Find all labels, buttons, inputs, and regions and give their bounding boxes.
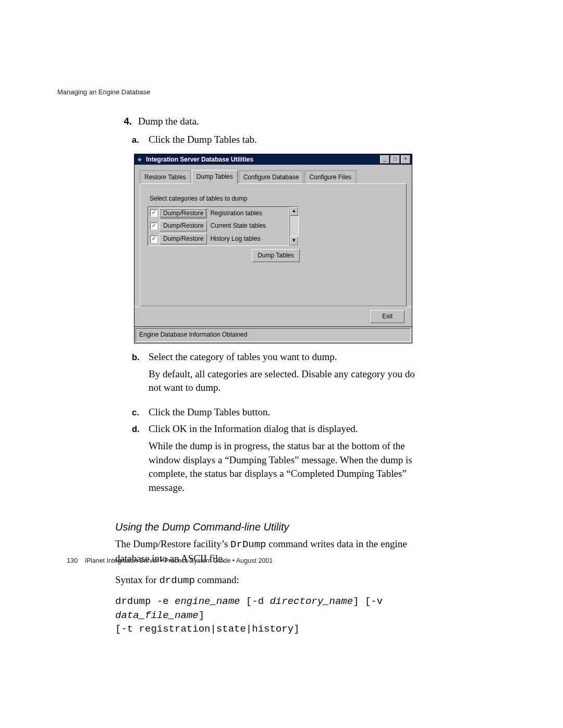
substep-d-para: While the dump is in progress, the statu… — [149, 439, 415, 495]
panel-label: Select categories of tables to dump — [150, 194, 399, 203]
status-text: Engine Database Information Obtained — [136, 328, 411, 342]
substep-c-label: c. — [132, 405, 143, 419]
list-item[interactable]: ✓ Dump/Restore Current State tables — [148, 219, 289, 232]
dump-restore-button[interactable]: Dump/Restore — [160, 208, 207, 219]
substep-a-label: a. — [132, 133, 143, 147]
substep-a-text: Click the Dump Tables tab. — [149, 133, 415, 147]
syntax-intro: Syntax for drdump command: — [115, 573, 415, 588]
substep-b-label: b. — [132, 350, 143, 402]
exit-button[interactable]: Exit — [370, 310, 405, 323]
dump-restore-button[interactable]: Dump/Restore — [160, 233, 207, 244]
inline-code: DrDump — [230, 539, 266, 550]
tab-configure-files[interactable]: Configure Files — [304, 170, 356, 184]
scrollbar[interactable]: ▲ ▼ — [289, 206, 299, 246]
list-item-label: Registration tables — [210, 209, 262, 218]
checkbox-icon[interactable]: ✓ — [150, 209, 157, 217]
list-item[interactable]: ✓ Dump/Restore History Log tables — [148, 232, 289, 245]
list-item[interactable]: ✓ Dump/Restore Registration tables — [148, 207, 289, 220]
step-number: 4. — [115, 115, 132, 129]
tab-panel: Select categories of tables to dump ✓ Du… — [140, 183, 407, 306]
step-text: Dump the data. — [138, 115, 199, 129]
tab-strip: Restore Tables Dump Tables Configure Dat… — [140, 170, 407, 184]
page-number: 130 — [67, 557, 78, 564]
code-block: drdump -e engine_name [-d directory_name… — [115, 595, 415, 636]
close-button[interactable]: × — [401, 155, 410, 164]
dump-restore-button[interactable]: Dump/Restore — [160, 220, 207, 231]
checkbox-icon[interactable]: ✓ — [150, 223, 157, 230]
scroll-down-icon[interactable]: ▼ — [290, 237, 298, 245]
minimize-button[interactable]: _ — [380, 155, 389, 164]
substep-d-text: Click OK in the Information dialog that … — [149, 422, 415, 436]
tab-configure-database[interactable]: Configure Database — [239, 170, 304, 184]
button-bar: Exit — [134, 306, 412, 327]
window-title: Integration Server Database Utilities — [146, 155, 379, 164]
list-item-label: History Log tables — [210, 235, 260, 243]
substep-b-para: By default, all categories are selected.… — [149, 367, 415, 395]
tab-restore-tables[interactable]: Restore Tables — [140, 170, 191, 184]
inline-code: drdump — [159, 575, 194, 586]
categories-listbox[interactable]: ✓ Dump/Restore Registration tables ✓ Dum… — [148, 206, 289, 246]
footer-text: iPlanet Integration Server • Process Sys… — [85, 557, 273, 564]
checkbox-icon[interactable]: ✓ — [150, 236, 157, 243]
substep-d-label: d. — [132, 422, 143, 502]
section-heading: Using the Dump Command-line Utility — [115, 520, 415, 534]
dump-tables-button[interactable]: Dump Tables — [252, 249, 300, 262]
dialog-window: ◆ Integration Server Database Utilities … — [134, 154, 412, 343]
scroll-up-icon[interactable]: ▲ — [290, 207, 298, 216]
tab-dump-tables[interactable]: Dump Tables — [192, 170, 238, 184]
running-head: Managing an Engine Database — [57, 88, 151, 97]
status-bar: Engine Database Information Obtained — [134, 327, 412, 342]
maximize-button[interactable]: □ — [390, 155, 400, 164]
substep-c-text: Click the Dump Tables button. — [149, 405, 415, 419]
app-icon: ◆ — [136, 156, 143, 163]
substep-b-text: Select the category of tables you want t… — [149, 350, 415, 364]
page-footer: 130iPlanet Integration Server • Process … — [67, 557, 273, 566]
list-item-label: Current State tables — [210, 221, 266, 230]
titlebar[interactable]: ◆ Integration Server Database Utilities … — [134, 154, 412, 165]
